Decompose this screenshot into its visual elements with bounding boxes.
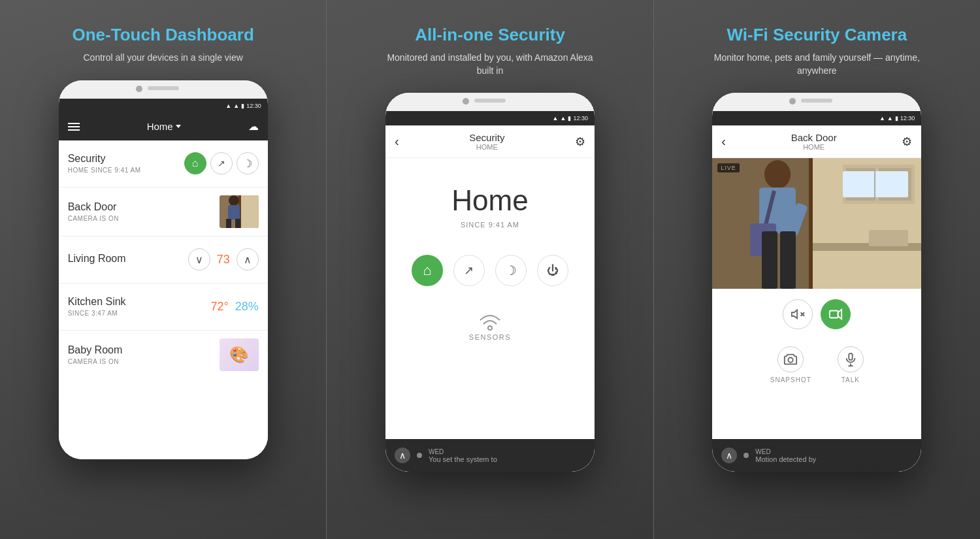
time-mid: 12:30 (573, 115, 588, 122)
babyroom-device-status: CAMERA IS ON (68, 358, 123, 365)
list-item-babyroom[interactable]: Baby Room CAMERA IS ON 🎨 (59, 331, 268, 379)
kitchen-temp: 72° (210, 300, 228, 314)
power-mode-btn[interactable]: ⏻ (537, 255, 568, 286)
svg-rect-6 (235, 219, 240, 228)
temp-up-button[interactable]: ∧ (237, 248, 259, 270)
babyroom-camera-thumb: 🎨 (220, 338, 259, 371)
notif-text-mid: You set the system to (429, 455, 497, 463)
svg-rect-4 (228, 205, 240, 220)
right-panel-subtitle: Monitor home, pets and family yourself —… (712, 52, 921, 77)
snapshot-icon (777, 346, 804, 372)
babyroom-device-name: Baby Room (68, 344, 123, 356)
svg-rect-29 (830, 311, 838, 318)
mid-panel-subtitle: Monitored and installed by you, with Ama… (385, 52, 595, 77)
kitchen-device-status: SINCE 3:47 AM (68, 310, 126, 317)
settings-icon-right[interactable]: ⚙ (902, 135, 912, 149)
status-icons-right: ▲ ▲ ▮ 12:30 (879, 115, 915, 122)
talk-icon (838, 346, 864, 372)
security-device-status: HOME SINCE 9:41 AM (68, 167, 141, 174)
signal-icon: ▲ (233, 103, 239, 109)
signal-icon-right: ▲ (887, 115, 893, 122)
camera-screen-title: Back Door HOME (791, 132, 837, 151)
svg-point-31 (789, 357, 793, 362)
wifi-icon-right: ▲ (879, 115, 885, 122)
svg-point-3 (229, 195, 239, 206)
home-mode-btn[interactable]: ⌂ (412, 255, 443, 286)
kitchen-humidity: 28% (235, 300, 259, 314)
status-bar-left: ▲ ▲ ▮ 12:30 (59, 99, 268, 113)
mute-button[interactable] (783, 299, 813, 329)
kitchen-device-name: Kitchen Sink (68, 296, 126, 308)
left-panel-title: One-Touch Dashboard (73, 25, 254, 45)
time-right: 12:30 (900, 115, 915, 122)
away-mode-button[interactable]: ↗ (210, 152, 233, 174)
live-badge: LIVE (717, 163, 740, 172)
temp-value: 73 (217, 253, 230, 267)
notif-day-mid: WED (429, 448, 497, 455)
livingroom-device-name: Living Room (68, 253, 126, 265)
security-header: ‹ Security HOME ⚙ (385, 125, 595, 158)
phone-camera-right (789, 98, 796, 105)
right-panel-title: Wi-Fi Security Camera (727, 25, 907, 45)
device-list: Security HOME SINCE 9:41 AM ⌂ ↗ ☽ Back D… (59, 140, 268, 459)
battery-icon-right: ▮ (895, 115, 898, 122)
home-status-text: Home (451, 184, 528, 217)
record-button[interactable] (821, 299, 851, 329)
status-icons-left: ▲ ▲ ▮ 12:30 (225, 103, 261, 109)
list-item-livingroom[interactable]: Living Room ∨ 73 ∧ (59, 237, 268, 284)
talk-action[interactable]: TALK (838, 346, 864, 384)
phone-camera-left (136, 86, 142, 92)
night-mode-button[interactable]: ☽ (237, 152, 259, 174)
sensors-icon (477, 312, 503, 333)
svg-point-7 (488, 326, 492, 330)
mid-panel-title: All-in-one Security (415, 25, 565, 45)
notification-dot-right (743, 453, 749, 458)
back-button-right[interactable]: ‹ (721, 134, 726, 149)
camera-feed-image (712, 158, 921, 289)
list-item-backdoor[interactable]: Back Door CAMERA IS ON (59, 188, 268, 237)
snapshot-action[interactable]: SNAPSHOT (770, 346, 811, 384)
signal-icon-mid: ▲ (561, 115, 566, 122)
phone-mid: ▲ ▲ ▮ 12:30 ‹ Security HOME ⚙ Home SINCE… (385, 93, 595, 472)
camera-controls (712, 289, 921, 340)
camera-feed: LIVE (712, 158, 921, 289)
svg-rect-10 (809, 158, 813, 289)
left-panel-subtitle: Control all your devices in a single vie… (83, 52, 242, 65)
talk-label: TALK (841, 376, 860, 384)
phone-speaker-right (801, 99, 832, 103)
phone-speaker-left (148, 86, 179, 90)
svg-rect-18 (874, 171, 875, 197)
thermostat-controls: ∨ 73 ∧ (188, 248, 259, 270)
backdoor-device-name: Back Door (68, 201, 119, 213)
phone-screen-left: ▲ ▲ ▮ 12:30 Home ☁ (59, 99, 268, 459)
camera-header: ‹ Back Door HOME ⚙ (712, 125, 921, 158)
security-content: Home SINCE 9:41 AM ⌂ ↗ ☽ ⏻ (385, 158, 595, 439)
phone-camera-mid (463, 98, 469, 105)
hamburger-menu[interactable] (68, 123, 80, 131)
svg-point-19 (764, 160, 791, 189)
time-left: 12:30 (246, 103, 261, 109)
svg-rect-16 (869, 230, 908, 246)
temp-down-button[interactable]: ∨ (188, 248, 210, 270)
list-item-kitchensink[interactable]: Kitchen Sink SINCE 3:47 AM 72° 28% (59, 284, 268, 331)
home-mode-button[interactable]: ⌂ (184, 152, 206, 174)
night-mode-btn[interactable]: ☽ (495, 255, 527, 286)
notification-pull-right[interactable]: ∧ (721, 448, 737, 463)
mode-buttons-group: ⌂ ↗ ☽ ⏻ (412, 255, 568, 286)
back-button-mid[interactable]: ‹ (395, 134, 399, 149)
settings-icon-mid[interactable]: ⚙ (575, 135, 585, 149)
notif-text-right: Motion detected by (755, 455, 816, 463)
wifi-icon-mid: ▲ (553, 115, 559, 122)
bottom-notification-right: ∧ WED Motion detected by (712, 439, 921, 472)
svg-marker-30 (838, 310, 842, 319)
sensors-area[interactable]: SENSORS (469, 312, 511, 341)
svg-marker-26 (792, 310, 797, 319)
wifi-icon: ▲ (225, 103, 231, 109)
home-title-dropdown[interactable]: Home (147, 121, 181, 132)
cloud-icon: ☁ (248, 120, 259, 133)
notification-pull-handle[interactable]: ∧ (395, 448, 410, 463)
backdoor-device-status: CAMERA IS ON (68, 215, 119, 222)
list-item-security[interactable]: Security HOME SINCE 9:41 AM ⌂ ↗ ☽ (59, 140, 268, 188)
app-header-left: Home ☁ (59, 113, 268, 140)
away-mode-btn[interactable]: ↗ (453, 255, 485, 286)
